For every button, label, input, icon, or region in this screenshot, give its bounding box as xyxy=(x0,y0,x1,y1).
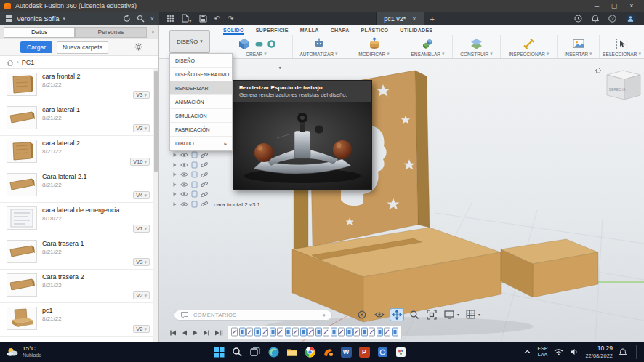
file-version-badge[interactable]: V3▾ xyxy=(133,258,150,266)
file-item[interactable]: cara lateral 28/21/22V10▾ xyxy=(0,136,153,169)
upload-button[interactable]: Cargar xyxy=(20,41,52,53)
ribbon-tab-superficie[interactable]: SUPERFICIE xyxy=(256,28,289,35)
create-form-icon[interactable] xyxy=(254,39,264,49)
file-item[interactable]: Cara trasera 18/21/22V3▾ xyxy=(0,236,153,270)
press-pull-icon[interactable] xyxy=(369,37,380,50)
timeline-feature-marker[interactable] xyxy=(315,326,322,339)
refresh-icon[interactable] xyxy=(123,15,131,23)
timeline-sketch-marker[interactable] xyxy=(246,326,253,339)
user-menu-caret-icon[interactable]: ▾ xyxy=(63,16,66,22)
group-automatizar[interactable]: AUTOMATIZAR▾ xyxy=(293,35,345,58)
expand-caret-icon[interactable] xyxy=(172,191,177,198)
data-panel-scrollbar[interactable] xyxy=(153,69,158,342)
redo-icon[interactable]: ↷ xyxy=(228,15,233,23)
ribbon-tab-chapa[interactable]: CHAPA xyxy=(331,28,350,35)
timeline-feature-marker[interactable] xyxy=(346,326,353,339)
insert-canvas-icon[interactable] xyxy=(573,39,584,49)
ribbon-tab-solido[interactable]: SOLIDO xyxy=(223,28,244,35)
taskbar-photos-icon[interactable] xyxy=(376,345,389,358)
measure-icon[interactable] xyxy=(523,38,535,49)
view-cube[interactable]: DERECHA xyxy=(595,68,640,100)
ribbon-tab-utilidades[interactable]: UTILIDADES xyxy=(400,28,432,35)
pan-icon[interactable] xyxy=(390,309,403,321)
gear-icon[interactable] xyxy=(134,41,142,54)
scrollbar-thumb[interactable] xyxy=(154,71,158,172)
search-icon[interactable] xyxy=(137,15,145,23)
expand-caret-icon[interactable] xyxy=(172,201,177,209)
visibility-eye-icon[interactable] xyxy=(180,172,188,179)
taskbar-file-explorer-icon[interactable] xyxy=(285,345,298,358)
keyboard-language[interactable]: ESP LAA xyxy=(537,346,547,358)
timeline-sketch-marker[interactable] xyxy=(353,326,360,339)
group-inspeccionar[interactable]: INSPECCIONAR▾ xyxy=(501,35,558,58)
timeline-feature-marker[interactable] xyxy=(285,326,291,339)
notifications-bell-icon[interactable] xyxy=(592,15,599,23)
taskbar-search-icon[interactable] xyxy=(230,345,243,358)
timeline-sketch-marker[interactable] xyxy=(231,326,238,339)
zoom-icon[interactable] xyxy=(408,309,421,321)
file-item[interactable]: cara lateral de emergencia8/18/22V1▾ xyxy=(0,203,153,236)
ribbon-tab-plastico[interactable]: PLÁSTICO xyxy=(361,28,389,35)
show-desktop-button[interactable] xyxy=(636,345,638,358)
taskbar-chrome-icon[interactable] xyxy=(303,345,316,358)
new-body-icon[interactable] xyxy=(237,36,251,51)
visibility-eye-icon[interactable] xyxy=(180,182,188,189)
timeline-feature-marker[interactable] xyxy=(377,326,383,339)
expand-caret-icon[interactable] xyxy=(172,162,177,169)
display-settings-icon[interactable] xyxy=(443,309,456,321)
taskbar-powerpoint-icon[interactable]: P xyxy=(358,345,371,358)
menu-item-diseno[interactable]: DISEÑO xyxy=(170,54,232,68)
timeline-sketch-marker[interactable] xyxy=(338,326,345,339)
browser-row[interactable]: cara frontal 2 v3:1 xyxy=(172,200,376,210)
timeline-feature-marker[interactable] xyxy=(239,326,246,339)
app-grid-icon[interactable] xyxy=(166,15,174,23)
menu-item-simulacion[interactable]: SIMULACIÓN xyxy=(170,109,232,123)
timeline-markers[interactable] xyxy=(228,326,402,339)
component-label[interactable]: cara frontal 2 v3:1 xyxy=(214,201,260,208)
taskbar-fusion-360-icon[interactable] xyxy=(321,345,334,358)
file-menu-button[interactable]: ▾ xyxy=(182,12,192,25)
breadcrumb-project[interactable]: PC1 xyxy=(22,59,35,66)
file-version-badge[interactable]: V3▾ xyxy=(133,124,150,132)
orbit-icon[interactable] xyxy=(355,309,369,321)
user-avatar[interactable] xyxy=(626,14,635,23)
file-item[interactable]: cara lateral 18/21/22V3▾ xyxy=(0,102,153,136)
close-data-panel-icon[interactable]: × xyxy=(150,15,154,23)
group-ensamblar[interactable]: ENSAMBLAR▾ xyxy=(403,35,453,58)
save-icon[interactable] xyxy=(199,15,207,23)
file-version-badge[interactable]: V4▾ xyxy=(133,191,150,199)
expand-caret-icon[interactable] xyxy=(172,152,177,159)
timeline-sketch-marker[interactable] xyxy=(307,326,314,339)
visibility-eye-icon[interactable] xyxy=(180,191,188,198)
close-button[interactable]: × xyxy=(624,0,640,12)
timeline-feature-marker[interactable] xyxy=(361,326,368,339)
timeline-sketch-marker[interactable] xyxy=(262,326,268,339)
file-item[interactable]: cara frontal 28/21/22V3▾ xyxy=(0,69,153,102)
file-item[interactable]: Cara lateral 2.18/21/22V4▾ xyxy=(0,169,153,203)
automate-icon[interactable] xyxy=(313,38,325,49)
notification-center-icon[interactable] xyxy=(619,348,627,356)
weather-widget[interactable]: 15°C Nublado xyxy=(0,346,48,358)
taskbar-edge-icon[interactable] xyxy=(267,345,280,358)
menu-item-animacion[interactable]: ANIMACIÓN xyxy=(170,95,232,109)
menu-item-dibujo[interactable]: DIBUJO▸ xyxy=(170,137,232,150)
workspace-selector-button[interactable]: DISEÑO ▾ xyxy=(169,30,210,53)
undo-icon[interactable]: ↶ xyxy=(214,15,220,23)
minimize-button[interactable]: ─ xyxy=(589,0,605,12)
file-version-badge[interactable]: V3▾ xyxy=(133,91,150,99)
look-at-icon[interactable] xyxy=(373,309,386,321)
timeline-sketch-marker[interactable] xyxy=(384,326,390,339)
timeline-sketch-marker[interactable] xyxy=(323,326,329,339)
file-version-badge[interactable]: V1▾ xyxy=(133,225,150,233)
assemble-icon[interactable] xyxy=(422,38,434,49)
step-back-icon[interactable] xyxy=(181,326,188,339)
wifi-icon[interactable] xyxy=(554,348,563,355)
play-icon[interactable] xyxy=(192,326,198,339)
timeline-feature-marker[interactable] xyxy=(254,326,261,339)
fit-view-icon[interactable] xyxy=(425,309,438,321)
menu-item-renderizar[interactable]: RENDERIZAR xyxy=(170,81,232,95)
taskbar-paint-icon[interactable] xyxy=(394,345,407,358)
file-item[interactable]: Cara trasera 28/21/22V2▾ xyxy=(0,270,153,303)
group-construir[interactable]: CONSTRUIR▾ xyxy=(453,35,501,58)
taskbar-task-view-icon[interactable] xyxy=(249,345,262,358)
